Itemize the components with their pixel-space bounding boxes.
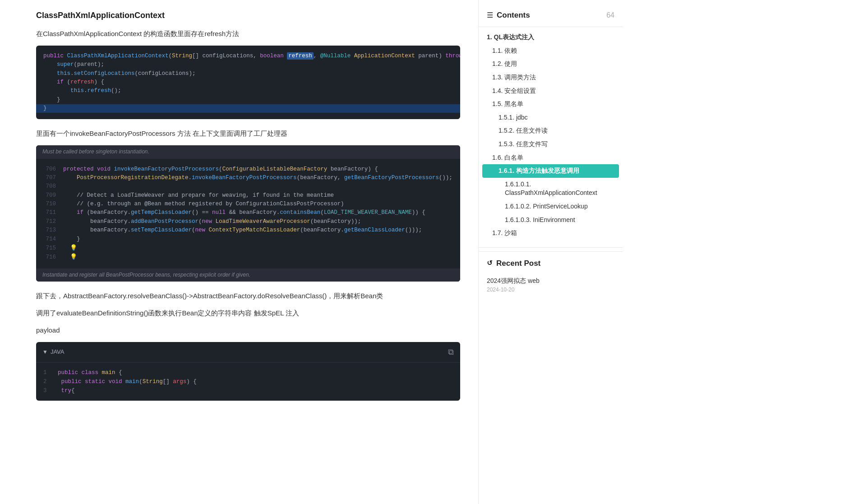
toc-item[interactable]: 1.5.3. 任意文件写	[479, 138, 623, 151]
recent-post-item: 2024强网拟态 web 2024-10-20	[487, 274, 614, 296]
intro-text: 在ClassPathXmlApplicationContext 的构造函数里面存…	[36, 28, 460, 39]
recent-post-header: ↺ Recent Post	[487, 257, 614, 269]
java-lang-label: ▼ JAVA	[42, 347, 64, 357]
code-comment-bottom: Instantiate and register all BeanPostPro…	[36, 268, 460, 282]
hamburger-icon: ☰	[487, 9, 493, 21]
java-header: ▼ JAVA ⧉	[36, 342, 460, 363]
contents-header: ☰ Contents	[487, 9, 530, 21]
toc-item[interactable]: 1.5. 黑名单	[479, 97, 623, 111]
toc-item[interactable]: 1. QL表达式注入	[479, 31, 623, 44]
code-comment-top: Must be called before singleton instanti…	[36, 145, 460, 158]
main-content: ClassPathXmlApplicationContext 在ClassPat…	[0, 0, 478, 504]
contents-count: 64	[606, 9, 614, 21]
history-icon: ↺	[487, 258, 493, 268]
chevron-icon: ▼	[42, 348, 48, 356]
toc-item[interactable]: 1.1. 依赖	[479, 44, 623, 58]
recent-post-section: ↺ Recent Post 2024强网拟态 web 2024-10-20	[479, 251, 623, 298]
follow-text: 跟下去，AbstractBeanFactory.resolveBeanClass…	[36, 291, 460, 301]
toc-item[interactable]: 1.6.1.0.3. IniEnvironment	[479, 213, 623, 227]
toc-item[interactable]: 1.2. 使用	[479, 57, 623, 71]
contents-label: Contents	[497, 9, 530, 21]
copy-button[interactable]: ⧉	[448, 346, 454, 359]
recent-post-title[interactable]: 2024强网拟态 web	[487, 276, 614, 286]
toc-item[interactable]: 1.6.1.0.2. PrintServiceLookup	[479, 200, 623, 213]
java-code: 1public class main { 2 public static voi…	[36, 363, 460, 401]
lang-name: JAVA	[51, 347, 65, 357]
toc-item[interactable]: 1.6.1. 构造方法触发恶意调用	[482, 164, 619, 178]
code-block-java: ▼ JAVA ⧉ 1public class main { 2 public s…	[36, 342, 460, 401]
toc-divider	[479, 247, 623, 248]
method-text: 里面有一个invokeBeanFactoryPostProcessors 方法 …	[36, 128, 460, 139]
payload-label: payload	[36, 325, 460, 336]
page-title: ClassPathXmlApplicationContext	[36, 9, 460, 22]
toc-item[interactable]: 1.4. 安全组设置	[479, 84, 623, 98]
toc-list: 1. QL表达式注入1.1. 依赖1.2. 使用1.3. 调用类方法1.4. 安…	[479, 27, 623, 244]
sidebar: ☰ Contents 64 1. QL表达式注入1.1. 依赖1.2. 使用1.…	[478, 0, 623, 504]
toc-item[interactable]: 1.7. 沙箱	[479, 227, 623, 240]
toc-item[interactable]: 1.6.1.0.1. ClassPathXmlApplicationContex…	[479, 178, 623, 200]
code-block-2: Must be called before singleton instanti…	[36, 145, 460, 282]
toc-item[interactable]: 1.5.2. 任意文件读	[479, 124, 623, 138]
code-block-1: public ClassPathXmlApplicationContext(St…	[36, 46, 460, 120]
call-text: 调用了evaluateBeanDefinitionString()函数来执行Be…	[36, 308, 460, 319]
toc-item[interactable]: 1.6. 白名单	[479, 151, 623, 165]
sidebar-header: ☰ Contents 64	[479, 5, 623, 27]
toc-item[interactable]: 1.3. 调用类方法	[479, 71, 623, 84]
recent-post-label: Recent Post	[496, 257, 540, 269]
recent-post-date: 2024-10-20	[487, 286, 614, 294]
toc-item[interactable]: 1.5.1. jdbc	[479, 111, 623, 125]
